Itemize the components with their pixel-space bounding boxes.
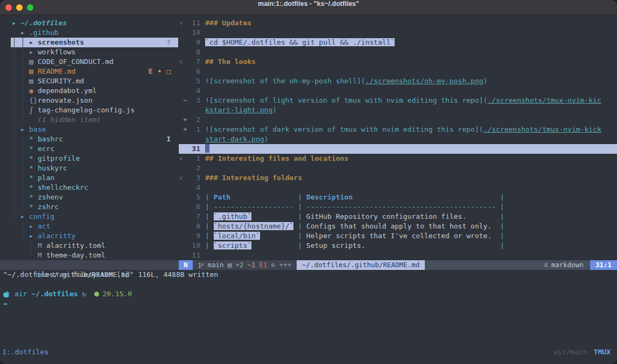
editor-line[interactable]: +2 [179, 115, 617, 125]
tree-item-label: CODE_OF_CONDUCT.md [38, 57, 114, 67]
tree-item-base[interactable]: ▸base [11, 125, 178, 134]
line-text: | `local/bin` | Helper scripts that I've… [205, 231, 617, 241]
terminal-window: main:1:.dotfiles - "ks~/.dotfiles" ▸~/.d… [0, 0, 617, 364]
editor-line[interactable]: ˅ 11### Updates [179, 18, 617, 28]
editor-line[interactable]: 7| `.github` | GitHub Repository configu… [179, 212, 617, 222]
git-sign [183, 231, 189, 241]
editor-line[interactable]: 5![screenshot of the oh-my-posh shell](.… [179, 76, 617, 86]
tree-item-code-of-conduct-md[interactable]: ▤CODE_OF_CONDUCT.md [11, 57, 178, 67]
tree-item-act[interactable]: ▸act [11, 222, 178, 231]
tree-badge: E [149, 67, 153, 76]
filetype-label: markdown [551, 260, 584, 270]
tree-item-alacritty-toml[interactable]: Malacritty.toml [11, 241, 178, 251]
editor-line[interactable]: +1![screenshot of dark version of tmux w… [179, 125, 617, 134]
git-sign [183, 47, 189, 57]
tree-item-readme-md[interactable]: ▤README.mdE•□ [11, 67, 178, 76]
current-file-path: ~/.dotfiles/.github/README.md [297, 260, 425, 270]
tree-item-tag-changelog-config-js[interactable]: ʃtag-changelog-config.js [11, 105, 178, 115]
star-icon: * [29, 154, 38, 163]
tree-item-theme-day-toml[interactable]: Mtheme-day.toml [11, 251, 178, 260]
editor-line[interactable]: 31 [179, 144, 617, 154]
editor-line[interactable]: 6 [179, 67, 617, 76]
line-text: ![screenshot of light version of tmux wi… [205, 96, 617, 105]
editor-lines: ˅ 11### Updates 10 9`cd $HOME/.dotfiles … [179, 18, 617, 260]
text-segment: | [251, 212, 306, 220]
tree-item-github[interactable]: ▸.github [11, 28, 178, 38]
tree-item-dotfiles[interactable]: ▸~/.dotfiles [11, 18, 178, 28]
text-segment: kstart-light.png [205, 106, 272, 114]
tree-item-security-md[interactable]: ▤SECURITY.md [11, 76, 178, 86]
tree-item-workflows[interactable]: ▸workflows [11, 47, 178, 57]
text-segment: | [260, 232, 306, 240]
fold-marker [179, 47, 183, 57]
fold-marker [179, 125, 183, 134]
editor-line[interactable]: ˅ 7## The looks [179, 57, 617, 67]
tree-item-1-hidden-item[interactable]: (1 hidden item) [11, 115, 178, 125]
line-number: 7 [189, 212, 205, 222]
tree-badges: ? [166, 38, 178, 47]
prompt-input-line[interactable]: → [3, 299, 132, 309]
tree-item-bashrc[interactable]: *bashrcI [11, 134, 178, 144]
tree-item-shellcheckrc[interactable]: *shellcheckrc [11, 183, 178, 192]
editor-line[interactable]: 8 [179, 47, 617, 57]
arrow-icon: ▸ [12, 18, 20, 28]
editor-line[interactable]: 9`cd $HOME/.dotfiles && git pull && ./in… [179, 38, 617, 47]
fold-marker [179, 163, 183, 173]
text-segment: | [205, 193, 214, 201]
fold-marker [179, 28, 183, 38]
mode-indicator: N [179, 260, 193, 270]
tree-item-label: workflows [38, 47, 75, 57]
tree-badge: • [157, 67, 162, 76]
editor-line[interactable]: 2 [179, 163, 617, 173]
tree-item-gitprofile[interactable]: *gitprofile [11, 154, 178, 163]
filetype-indicator: ≡ markdown [537, 260, 590, 270]
git-sign [183, 212, 189, 222]
git-branch-icon [198, 262, 204, 269]
neotree-statusline: neo-tree filesystem [1] [0, 260, 179, 270]
tree-item-alacritty[interactable]: ▸alacritty [11, 231, 178, 241]
line-number: 10 [189, 241, 205, 251]
git-sign [183, 28, 189, 38]
toml-icon: M [38, 251, 46, 260]
tree-item-dependabot-yml[interactable]: ◉dependabot.yml [11, 86, 178, 96]
tree-item-plan[interactable]: *plan [11, 173, 178, 183]
git-sign [183, 163, 189, 173]
tree-item-label: act [38, 222, 50, 231]
git-segment: main ▤ +2 ~1 E1 ⊙ +++ [193, 260, 297, 270]
tree-item-ecrc[interactable]: *ecrc [11, 144, 178, 154]
tree-badges: I [166, 134, 178, 144]
editor-line[interactable]: start-dark.png) [179, 134, 617, 144]
line-number: 6 [189, 202, 205, 212]
editor-line[interactable]: ˅ 3### Interesting folders [179, 173, 617, 183]
editor-line[interactable]: 10 [179, 28, 617, 38]
text-segment: Description [306, 193, 353, 201]
tree-item-huskyrc[interactable]: *huskyrc [11, 163, 178, 173]
line-text: start-dark.png) [205, 134, 617, 144]
tree-item-zshrc[interactable]: *zshrc [11, 202, 178, 212]
editor-line[interactable]: 4 [179, 86, 617, 96]
editor-line[interactable]: 10| `scripts` | Setup scripts. | [179, 241, 617, 251]
editor-line[interactable]: 11 [179, 251, 617, 260]
editor-line[interactable]: 8| `hosts/{hostname}/` | Configs that sh… [179, 222, 617, 231]
editor-line[interactable]: 4 [179, 183, 617, 192]
editor-line[interactable]: 9| `local/bin` | Helper scripts that I'v… [179, 231, 617, 241]
git-modified-count: ~1 [247, 260, 255, 270]
editor-line[interactable]: kstart-light.png) [179, 105, 617, 115]
line-number: 2 [189, 163, 205, 173]
cursor [205, 144, 209, 153]
text-segment: ./screenshots/tmux-nvim-kick [483, 125, 601, 133]
tree-item-config[interactable]: ▸config [11, 212, 178, 222]
editor-line[interactable]: ~3![screenshot of light version of tmux … [179, 96, 617, 105]
editor-line[interactable]: 6| ------------------- | ---------------… [179, 202, 617, 212]
tree-item-screenshots[interactable]: ▸screenshots? [11, 38, 178, 47]
tree-item-renovate-json[interactable]: {}renovate.json [11, 96, 178, 105]
editor-line[interactable]: 5| Path | Description | [179, 192, 617, 202]
tree-item-label: huskyrc [38, 163, 67, 173]
text-segment: ) [483, 77, 488, 85]
tmux-window-name[interactable]: 1:.dotfiles [0, 347, 48, 357]
tree-item-zshenv[interactable]: *zshenv [11, 192, 178, 202]
text-segment: ![screenshot of light version of tmux wi… [205, 96, 483, 104]
editor-line[interactable]: ˅ 1## Interesting files and locations [179, 154, 617, 163]
line-text: | `.github` | GitHub Repository configur… [205, 212, 617, 222]
text-segment: `cd $HOME/.dotfiles && git pull && ./ins… [205, 38, 395, 46]
